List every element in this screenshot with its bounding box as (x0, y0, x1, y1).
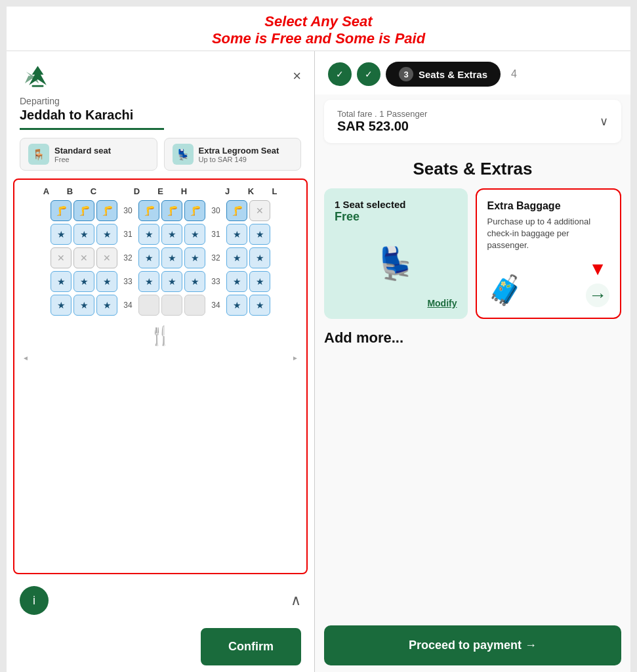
seat-31e[interactable]: ★ (161, 224, 182, 245)
seat-32c: ✕ (96, 247, 117, 268)
fare-summary: Total fare . 1 Passenger SAR 523.00 ∨ (324, 100, 621, 143)
col-k: K (239, 186, 263, 196)
seat-33k[interactable]: ★ (249, 271, 270, 292)
baggage-icons: 🧳 ▼ → (487, 252, 610, 307)
table-row: ★ ★ ★ 34 34 ★ ★ (20, 295, 301, 316)
seat-map: A B C D E H J K L 🦵 (13, 178, 308, 574)
seat-group-right: ★ ★ (226, 271, 270, 292)
gallery-icon: 🍴 (149, 325, 172, 346)
seat-30e[interactable]: 🦵 (161, 200, 182, 221)
scroll-left: ◄ (22, 354, 29, 362)
col-h: H (173, 186, 196, 196)
seat-32k[interactable]: ★ (249, 247, 270, 268)
seat-group-left: ★ ★ ★ (51, 224, 117, 245)
seat-30h[interactable]: 🦵 (184, 200, 205, 221)
progress-bar: ✓ ✓ 3 Seats & Extras 4 (315, 51, 630, 94)
seat-34b[interactable]: ★ (73, 295, 94, 316)
seat-31h[interactable]: ★ (184, 224, 205, 245)
seat-32d[interactable]: ★ (138, 247, 159, 268)
info-button[interactable]: i (20, 586, 49, 615)
seat-selected-card: 1 Seat selected Free 💺 Modify (324, 188, 468, 319)
departing-label: Departing (7, 96, 314, 108)
row-num-33: 33 (119, 277, 137, 286)
top-banner: Select Any Seat Some is Free and Some is… (7, 7, 630, 51)
baggage-title: Extra Baggage (487, 200, 610, 212)
seat-30b[interactable]: 🦵 (73, 200, 94, 221)
seat-31k[interactable]: ★ (249, 224, 270, 245)
luggage-icon: 🧳 (487, 273, 524, 307)
app-container: Select Any Seat Some is Free and Some is… (7, 7, 630, 672)
seat-31c[interactable]: ★ (96, 224, 117, 245)
seat-33a[interactable]: ★ (51, 271, 72, 292)
seat-33e[interactable]: ★ (161, 271, 182, 292)
step-2: ✓ (357, 62, 380, 86)
row-num-30b: 30 (207, 206, 225, 215)
table-row: ★ ★ ★ 33 ★ ★ ★ 33 ★ ★ (20, 271, 301, 292)
gallery-row: 🍴 (20, 318, 301, 353)
col-a: A (35, 186, 58, 196)
scroll-right: ► (292, 354, 298, 362)
seat-34h (184, 295, 205, 316)
seat-31d[interactable]: ★ (138, 224, 159, 245)
seat-group-mid (138, 295, 205, 316)
proceed-to-payment-button[interactable]: Proceed to payment → (324, 625, 621, 665)
seat-34k[interactable]: ★ (249, 295, 270, 316)
row-num-30: 30 (119, 206, 137, 215)
route-title: Jeddah to Karachi (7, 108, 314, 128)
saudia-logo (20, 63, 56, 89)
arrow-down-icon: ▼ (588, 259, 607, 280)
seat-33d[interactable]: ★ (138, 271, 159, 292)
fare-label: Total fare . 1 Passenger (337, 109, 427, 119)
seat-group-right: 🦵 ✕ (226, 200, 270, 221)
seat-selected-title: 1 Seat selected (335, 199, 457, 210)
fare-expand-icon[interactable]: ∨ (600, 114, 608, 129)
seat-30a[interactable]: 🦵 (51, 200, 72, 221)
left-footer: i ∧ (7, 577, 314, 628)
seat-30c[interactable]: 🦵 (96, 200, 117, 221)
seat-group-right: ★ ★ (226, 247, 270, 268)
step-1: ✓ (328, 62, 352, 86)
seat-34d (138, 295, 159, 316)
extras-grid: 1 Seat selected Free 💺 Modify Extra Bagg… (315, 188, 630, 319)
right-panel: ✓ ✓ 3 Seats & Extras 4 Total fare . 1 Pa… (315, 51, 630, 672)
baggage-desc: Purchase up to 4 additional check-in bag… (487, 216, 610, 252)
seat-34a[interactable]: ★ (51, 295, 72, 316)
seat-30j[interactable]: 🦵 (226, 200, 247, 221)
col-j: J (216, 186, 239, 196)
standard-seat-type: 🪑 Standard seat Free (20, 138, 157, 171)
confirm-btn-wrapper: Confirm (7, 628, 314, 672)
seat-32a: ✕ (51, 247, 72, 268)
table-row: ✕ ✕ ✕ 32 ★ ★ ★ 32 ★ ★ (20, 247, 301, 268)
seat-32b: ✕ (73, 247, 94, 268)
seats-extras-title: Seats & Extras (315, 148, 630, 188)
seat-34c[interactable]: ★ (96, 295, 117, 316)
close-button[interactable]: × (293, 68, 301, 85)
seat-32j[interactable]: ★ (226, 247, 247, 268)
standard-seat-icon: 🪑 (28, 144, 49, 165)
seat-33c[interactable]: ★ (96, 271, 117, 292)
legroom-seat-label: Extra Legroom Seat (199, 146, 279, 156)
proceed-btn-wrapper: Proceed to payment → (315, 618, 630, 672)
baggage-card: Extra Baggage Purchase up to 4 additiona… (476, 188, 622, 319)
seat-31a[interactable]: ★ (51, 224, 72, 245)
standard-seat-label: Standard seat (54, 146, 111, 156)
arrow-right-button[interactable]: → (586, 284, 609, 307)
seat-31b[interactable]: ★ (73, 224, 94, 245)
step-3-active: 3 Seats & Extras (386, 62, 501, 87)
seat-33j[interactable]: ★ (226, 271, 247, 292)
seat-33h[interactable]: ★ (184, 271, 205, 292)
row-num-31: 31 (119, 230, 137, 239)
seat-30d[interactable]: 🦵 (138, 200, 159, 221)
row-num-33b: 33 (207, 277, 225, 286)
modify-link[interactable]: Modify (335, 298, 457, 308)
seat-selected-subtitle: Free (335, 210, 457, 224)
confirm-button[interactable]: Confirm (201, 628, 301, 665)
seat-illustration: 💺 (335, 245, 457, 282)
row-num-31b: 31 (207, 230, 225, 239)
seat-33b[interactable]: ★ (73, 271, 94, 292)
seat-31j[interactable]: ★ (226, 224, 247, 245)
seat-32e[interactable]: ★ (161, 247, 182, 268)
seat-32h[interactable]: ★ (184, 247, 205, 268)
seat-34j[interactable]: ★ (226, 295, 247, 316)
expand-button[interactable]: ∧ (291, 592, 301, 609)
